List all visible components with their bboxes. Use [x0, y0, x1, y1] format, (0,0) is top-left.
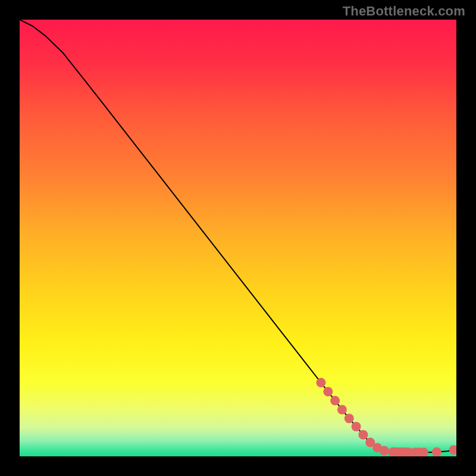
svg-point-10	[380, 446, 389, 455]
svg-point-4	[337, 405, 347, 415]
chart-plot-area	[20, 20, 456, 456]
svg-point-7	[358, 430, 368, 440]
svg-point-1	[316, 378, 325, 387]
watermark-text: TheBottleneck.com	[343, 4, 465, 19]
svg-point-2	[323, 387, 333, 396]
svg-rect-0	[20, 20, 456, 456]
svg-point-19	[432, 447, 441, 456]
chart-svg	[20, 20, 456, 456]
svg-point-5	[345, 414, 354, 423]
svg-point-6	[352, 422, 361, 431]
chart-frame: TheBottleneck.com	[0, 0, 476, 476]
svg-point-3	[330, 396, 340, 405]
